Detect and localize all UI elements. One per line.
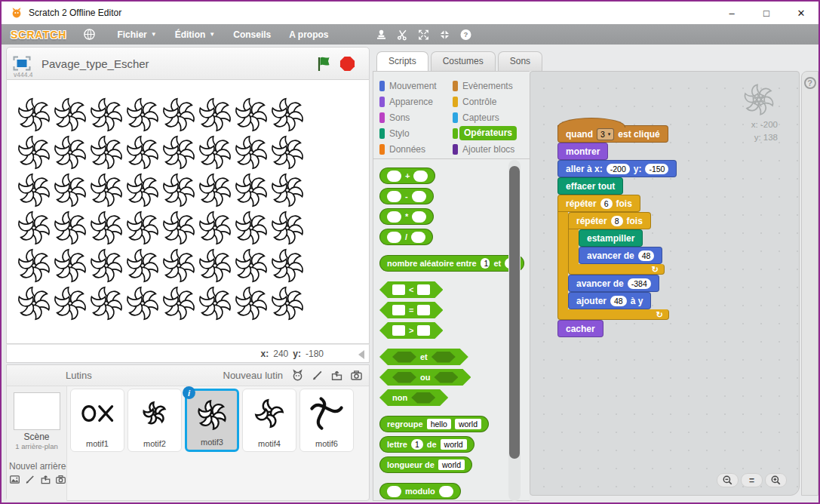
menu-item-édition[interactable]: Édition▼ <box>167 26 223 43</box>
less-than-block[interactable]: < <box>379 281 443 298</box>
c-block-header[interactable]: répéter8fois <box>568 212 651 229</box>
oval-slot[interactable] <box>387 232 401 243</box>
boolean-slot[interactable] <box>434 372 458 383</box>
camera-icon[interactable] <box>350 369 363 382</box>
category-sons[interactable]: Sons <box>379 109 437 125</box>
goto-xy-block[interactable]: aller à x:-200y:-150 <box>557 160 677 177</box>
sprite-tile-motif3[interactable]: imotif3 <box>185 389 239 452</box>
move-back-block[interactable]: avancer de-384 <box>568 275 659 292</box>
number-field[interactable]: -150 <box>645 164 668 174</box>
text-field[interactable]: world <box>441 439 467 450</box>
repeat-8-block[interactable]: répéter8foisestampilleravancer de48↻ <box>568 212 665 275</box>
hide-block[interactable]: cacher <box>557 320 603 337</box>
picture-icon[interactable] <box>9 474 20 487</box>
rect-slot[interactable] <box>417 325 430 336</box>
add-block[interactable]: + <box>379 167 435 184</box>
stamp-block[interactable]: estampiller <box>579 229 643 247</box>
number-field[interactable]: 48 <box>638 250 655 261</box>
zoom-in-button[interactable] <box>765 473 787 487</box>
upload-icon[interactable] <box>40 474 51 487</box>
zoom-reset-button[interactable]: = <box>741 473 763 487</box>
category-ajouter-blocs[interactable]: Ajouter blocs <box>453 141 517 157</box>
length-of-block[interactable]: longueur deworld <box>379 456 472 473</box>
fullscreen-icon[interactable] <box>13 56 31 71</box>
language-globe-icon[interactable] <box>83 28 96 41</box>
menu-item-a-propos[interactable]: A propos <box>281 26 336 43</box>
category-stylo[interactable]: Stylo <box>379 125 437 141</box>
boolean-slot[interactable] <box>392 372 416 383</box>
boolean-slot[interactable] <box>431 352 456 363</box>
rect-slot[interactable] <box>417 284 430 295</box>
category-données[interactable]: Données <box>379 141 437 157</box>
oval-slot[interactable] <box>387 486 401 497</box>
text-field[interactable]: world <box>438 459 465 470</box>
greater-than-block[interactable]: > <box>379 322 443 339</box>
move-48-block[interactable]: avancer de48 <box>579 247 662 264</box>
sprite-tile-motif1[interactable]: motif1 <box>70 389 124 452</box>
show-block[interactable]: montrer <box>557 143 608 160</box>
project-title[interactable]: Pavage_type_Escher <box>41 57 149 70</box>
sprite-info-badge[interactable]: i <box>183 386 195 399</box>
text-field[interactable]: world <box>455 419 481 429</box>
repeat-6-block[interactable]: répéter6foisrépéter8foisestampilleravanc… <box>557 195 669 320</box>
sprite-tile-motif4[interactable]: motif4 <box>242 389 296 452</box>
help-panel-strip[interactable]: ? <box>801 71 818 496</box>
equals-block[interactable]: = <box>379 302 443 318</box>
category-contrôle[interactable]: Contrôle <box>453 94 517 109</box>
text-field[interactable]: hello <box>427 419 451 429</box>
rect-slot[interactable] <box>392 325 405 336</box>
close-button[interactable]: ✕ <box>784 2 818 24</box>
stamp-icon[interactable] <box>375 28 388 41</box>
sprite-tile-motif2[interactable]: motif2 <box>127 389 182 452</box>
rect-slot[interactable] <box>392 284 405 295</box>
oval-slot[interactable] <box>411 232 425 243</box>
new-sprite-library-icon[interactable] <box>291 369 304 382</box>
number-field[interactable]: 6 <box>600 198 613 209</box>
oval-slot[interactable] <box>387 191 401 202</box>
when-clicked-hat[interactable]: quand3▾est cliqué <box>557 125 668 143</box>
rect-slot[interactable] <box>392 305 405 315</box>
maximize-button[interactable]: □ <box>749 2 784 24</box>
scissors-icon[interactable] <box>396 28 409 41</box>
oval-slot[interactable] <box>412 211 426 223</box>
minimize-button[interactable]: – <box>714 2 749 24</box>
letter-of-block[interactable]: lettre1deworld <box>379 436 474 453</box>
oval-slot[interactable] <box>387 171 401 182</box>
boolean-slot[interactable] <box>392 352 416 363</box>
stage-thumbnail[interactable] <box>14 392 60 430</box>
dropdown-field[interactable]: 3▾ <box>597 128 614 140</box>
or-block[interactable]: ou <box>379 369 471 386</box>
tab-sons[interactable]: Sons <box>498 51 542 71</box>
paintbrush-icon[interactable] <box>24 474 35 487</box>
change-y-block[interactable]: ajouter48à y <box>568 292 651 309</box>
stop-icon[interactable] <box>339 56 355 72</box>
number-field[interactable]: 8 <box>611 216 623 226</box>
not-block[interactable]: non <box>379 389 448 406</box>
subtract-block[interactable]: - <box>379 188 434 204</box>
boolean-slot[interactable] <box>411 392 435 404</box>
category-evènements[interactable]: Evènements <box>453 78 517 94</box>
palette-scrollbar-track[interactable] <box>508 160 521 501</box>
number-field[interactable]: -384 <box>628 278 651 289</box>
category-mouvement[interactable]: Mouvement <box>379 78 437 94</box>
help-icon[interactable]: ? <box>804 77 816 89</box>
number-field[interactable]: 1 <box>411 439 423 450</box>
divide-block[interactable]: / <box>379 229 433 245</box>
scratch-logo[interactable]: SCRATCH <box>11 29 66 41</box>
number-field[interactable]: 48 <box>610 296 627 306</box>
random-block[interactable]: nombre aléatoire entre1et10 <box>379 255 524 272</box>
number-field[interactable]: -200 <box>607 164 630 174</box>
c-block-header[interactable]: répéter6fois <box>557 195 640 212</box>
multiply-block[interactable]: * <box>379 208 434 225</box>
sprite-tile-motif6[interactable]: motif6 <box>299 389 354 452</box>
and-block[interactable]: et <box>379 349 468 365</box>
category-capteurs[interactable]: Capteurs <box>453 109 517 125</box>
join-block[interactable]: regroupehelloworld <box>379 416 489 432</box>
tab-costumes[interactable]: Costumes <box>431 51 496 71</box>
number-field[interactable]: 1 <box>481 258 490 269</box>
shrink-icon[interactable] <box>438 28 451 41</box>
modulo-block[interactable]: modulo <box>379 483 461 499</box>
stage-canvas[interactable] <box>6 80 370 344</box>
paintbrush-icon[interactable] <box>311 369 324 382</box>
oval-slot[interactable] <box>439 486 453 497</box>
